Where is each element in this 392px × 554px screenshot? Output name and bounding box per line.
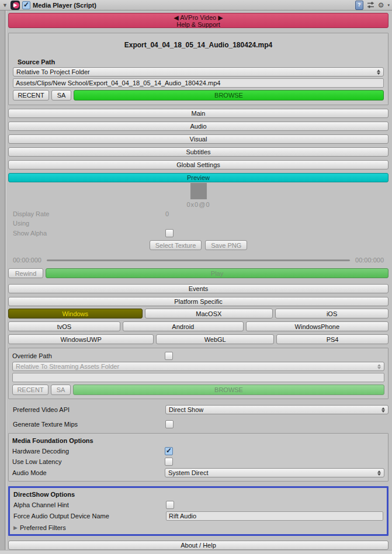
use-low-latency-label: Use Low Latency (12, 458, 165, 465)
override-path-label: Override Path (12, 352, 165, 359)
tab-main[interactable]: Main (8, 109, 388, 118)
alpha-channel-hint-checkbox[interactable] (166, 501, 174, 509)
source-path-field[interactable]: Assets/Clips/New School/Export_04_04_18_… (13, 78, 384, 88)
force-audio-device-label: Force Audio Output Device Name (13, 513, 166, 520)
dropdown-stepper-icon (381, 407, 385, 413)
override-path-box: Override Path Relative To Streaming Asse… (8, 348, 388, 399)
audio-mode-dropdown[interactable]: System Direct (165, 468, 384, 477)
audio-mode-value: System Direct (168, 469, 208, 476)
directshow-box: DirectShow Options Alpha Channel Hint Fo… (8, 486, 388, 536)
source-location-value: Relative To Project Folder (16, 68, 90, 75)
foldout-arrow-icon[interactable]: ▼ (2, 2, 8, 8)
override-sa-button[interactable]: SA (51, 385, 71, 395)
platform-ps4[interactable]: PS4 (276, 334, 388, 344)
avpro-logo-icon (11, 1, 20, 10)
platform-windowsuwp[interactable]: WindowsUWP (8, 334, 154, 344)
source-location-dropdown[interactable]: Relative To Project Folder (13, 67, 384, 77)
preferred-video-api-label: Preferred Video API (13, 406, 165, 413)
save-png-button[interactable]: Save PNG (205, 240, 247, 250)
banner-title: ◀ AVPro Video ▶ (9, 14, 388, 21)
audio-mode-label: Audio Mode (12, 469, 165, 476)
settings-gear-icon[interactable]: ⚙ (378, 2, 384, 9)
dropdown-stepper-icon (377, 470, 381, 476)
about-help-button[interactable]: About / Help (8, 541, 388, 550)
generate-texture-mips-label: Generate Texture Mips (13, 421, 165, 428)
gear-caret-icon: ▾ (387, 3, 390, 8)
platform-ios[interactable]: iOS (275, 309, 388, 318)
time-current: 00:00:000 (13, 257, 41, 264)
inspector-bottom-margin (0, 550, 392, 554)
component-title: Media Player (Script) (33, 2, 96, 9)
loaded-filename: Export_04_04_18_05_14_Audio_180424.mp4 (13, 41, 384, 49)
seek-slider[interactable] (47, 259, 350, 261)
tab-platform-specific[interactable]: Platform Specific (8, 297, 388, 306)
time-duration: 00:00:000 (355, 257, 384, 264)
platform-webgl[interactable]: WebGL (156, 334, 274, 344)
display-rate-label: Display Rate (13, 210, 165, 217)
inspector-header: ▼ Media Player (Script) ? ⚙ ▾ (0, 0, 392, 11)
override-path-field[interactable] (12, 373, 384, 382)
hardware-decoding-label: Hardware Decoding (12, 448, 165, 455)
directshow-title: DirectShow Options (13, 491, 383, 498)
select-texture-button[interactable]: Select Texture (150, 240, 202, 250)
platform-grid: Windows MacOSX iOS tvOS Android WindowsP… (8, 309, 388, 344)
tab-events[interactable]: Events (8, 284, 388, 293)
generate-texture-mips-checkbox[interactable] (165, 420, 174, 428)
show-alpha-label: Show Alpha (13, 230, 165, 237)
media-foundation-box: Media Foundation Options Hardware Decodi… (8, 433, 388, 482)
display-rate-value: 0 (165, 210, 388, 217)
banner-subtitle: Help & Support (9, 21, 388, 28)
dropdown-stepper-icon (377, 364, 381, 369)
preferred-video-api-value: Direct Show (169, 406, 203, 413)
override-path-checkbox[interactable] (165, 352, 173, 360)
play-button[interactable]: Play (46, 268, 388, 278)
force-audio-device-field[interactable]: Rift Audio (166, 511, 383, 521)
alpha-channel-hint-label: Alpha Channel Hint (13, 501, 166, 508)
preview-resolution: 0x0@0 (8, 201, 388, 208)
show-alpha-checkbox[interactable] (165, 229, 174, 237)
dropdown-stepper-icon (377, 70, 380, 75)
avpro-help-banner[interactable]: ◀ AVPro Video ▶ Help & Support (8, 13, 388, 28)
tab-preview[interactable]: Preview (8, 173, 388, 182)
hardware-decoding-checkbox[interactable] (165, 447, 173, 455)
preferred-video-api-dropdown[interactable]: Direct Show (165, 405, 388, 414)
preview-thumbnail[interactable] (190, 183, 207, 199)
browse-button[interactable]: BROWSE (74, 90, 384, 101)
preferred-filters-foldout-icon[interactable]: ▶ (13, 525, 18, 531)
sa-button[interactable]: SA (51, 90, 71, 101)
source-path-box: Export_04_04_18_05_14_Audio_180424.mp4 S… (8, 33, 388, 105)
tab-visual[interactable]: Visual (8, 134, 388, 144)
platform-macosx[interactable]: MacOSX (145, 309, 273, 318)
tab-subtitles[interactable]: Subtitles (8, 147, 388, 157)
inspector-left-margin (0, 11, 6, 554)
preferred-filters-label[interactable]: Preferred Filters (20, 524, 66, 531)
help-reference-icon[interactable]: ? (355, 1, 363, 10)
media-foundation-title: Media Foundation Options (12, 437, 384, 444)
using-label: Using (13, 220, 165, 227)
platform-tvos[interactable]: tvOS (8, 321, 120, 331)
presets-icon[interactable] (367, 1, 374, 9)
platform-android[interactable]: Android (123, 321, 244, 331)
override-recent-button[interactable]: RECENT (12, 385, 48, 395)
recent-button[interactable]: RECENT (13, 90, 49, 101)
component-enabled-checkbox[interactable] (22, 1, 30, 9)
use-low-latency-checkbox[interactable] (165, 458, 173, 466)
rewind-button[interactable]: Rewind (8, 268, 43, 278)
platform-windowsphone[interactable]: WindowsPhone (246, 321, 388, 331)
tab-global-settings[interactable]: Global Settings (8, 160, 388, 169)
source-path-label: Source Path (13, 58, 384, 65)
override-location-value: Relative To Streaming Assets Folder (16, 363, 119, 370)
platform-windows[interactable]: Windows (8, 309, 143, 318)
override-location-dropdown[interactable]: Relative To Streaming Assets Folder (12, 362, 384, 371)
tab-audio[interactable]: Audio (8, 122, 388, 131)
override-browse-button[interactable]: BROWSE (73, 385, 384, 395)
